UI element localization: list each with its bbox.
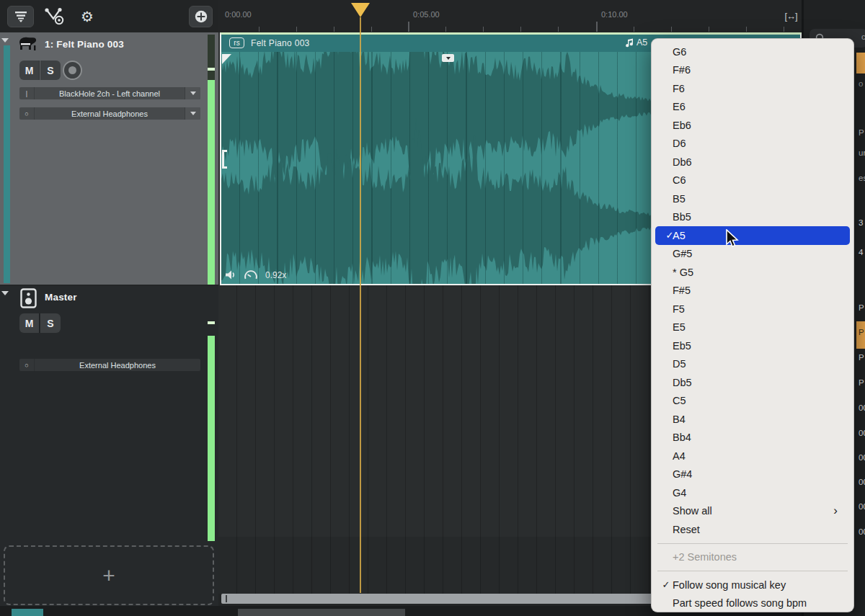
master-title[interactable]: Master	[45, 292, 77, 303]
browser-list-text-fragment: o	[859, 79, 863, 88]
menu-item-label: B4	[673, 414, 686, 425]
menu-item-show-all[interactable]: Show all›	[652, 502, 853, 521]
menu-item-label: G4	[673, 487, 686, 499]
menu-item-note-d5[interactable]: D5	[652, 355, 853, 374]
menu-item-note-g6[interactable]: G6	[652, 43, 853, 61]
add-track-dropzone[interactable]: +	[4, 545, 214, 605]
menu-item-note-g5[interactable]: * G5	[652, 263, 853, 282]
automation-button[interactable]	[43, 7, 68, 26]
menu-item-note-bb5[interactable]: Bb5	[652, 208, 853, 227]
menu-separator	[657, 571, 848, 571]
menu-item-note-e6[interactable]: E6	[652, 98, 853, 117]
ruler-minor-tick	[558, 27, 559, 32]
master-collapse-caret-icon[interactable]	[1, 291, 9, 295]
speaker-cabinet-icon	[20, 288, 37, 308]
output-selector[interactable]: ○ External Headphones	[19, 107, 200, 120]
master-solo-button[interactable]: S	[40, 313, 61, 333]
menu-item-label: F5	[673, 303, 685, 315]
ruler-minor-tick	[445, 27, 446, 32]
menu-item-note-db5[interactable]: Db5	[652, 373, 853, 392]
fade-handle[interactable]	[222, 54, 231, 64]
menu-item-label: B5	[673, 193, 686, 205]
menu-item-label: D6	[673, 138, 686, 149]
menu-item-label: Show all	[673, 505, 712, 517]
scrollbar-handle-tick[interactable]	[226, 595, 227, 602]
master-mute-button[interactable]: M	[19, 313, 40, 333]
menu-item-note-f#5[interactable]: F#5	[652, 282, 853, 300]
ruler-major-tick	[596, 22, 598, 32]
menu-item-label: F#6	[673, 64, 691, 76]
menu-item-note-a5[interactable]: ✓A5	[655, 226, 850, 245]
clip-key-label[interactable]: A5	[625, 37, 647, 48]
record-arm-button[interactable]	[63, 61, 82, 80]
master-output-selector[interactable]: ○ External Headphones	[19, 359, 200, 371]
music-note-icon	[625, 38, 634, 48]
menu-item-note-f6[interactable]: F6	[652, 79, 853, 98]
menu-item-follow-song-key[interactable]: ✓Follow song musical key	[652, 576, 853, 594]
menu-item-note-f5[interactable]: F5	[652, 300, 853, 318]
collapse-tracks-button[interactable]	[7, 6, 34, 27]
track-collapse-caret-icon[interactable]	[1, 38, 9, 43]
trim-handle[interactable]	[222, 150, 227, 169]
meter-fill	[208, 80, 215, 285]
menu-item-reset[interactable]: Reset	[652, 520, 853, 539]
menu-item-note-eb6[interactable]: Eb6	[652, 116, 853, 135]
track-header-panel[interactable]: 1: Felt Piano 003 M S | BlackHole 2ch - …	[0, 32, 218, 285]
menu-item-label: Db5	[673, 377, 692, 388]
menu-item-note-g4[interactable]: G4	[652, 483, 853, 502]
playhead-marker[interactable]	[351, 3, 370, 17]
menu-item-label: G#4	[673, 468, 692, 480]
menu-item-label: E5	[673, 321, 686, 333]
input-selector[interactable]: | BlackHole 2ch - Left channel	[19, 87, 200, 99]
menu-item-note-c5[interactable]: C5	[652, 392, 853, 411]
master-meter-fill	[208, 336, 215, 541]
ruler-minor-tick	[259, 27, 260, 32]
menu-item-note-c6[interactable]: C6	[652, 171, 853, 190]
output-chevron[interactable]	[185, 107, 200, 120]
input-chevron[interactable]	[185, 87, 200, 99]
mute-button[interactable]: M	[19, 61, 40, 80]
menu-item-note-eb5[interactable]: Eb5	[652, 336, 853, 355]
menu-item-part-speed-follows-bpm[interactable]: Part speed follows song bpm	[652, 594, 853, 613]
pitch-context-menu: G6F#6F6E6Eb6D6Db6C6B5Bb5✓A5G#5* G5F#5F5E…	[651, 38, 854, 612]
overview-segment	[12, 609, 43, 616]
add-track-button[interactable]	[189, 6, 213, 27]
browser-list-text-fragment: 00	[859, 403, 865, 412]
clip-name: Felt Piano 003	[251, 38, 310, 48]
clip-speed-value[interactable]: 0.92x	[265, 270, 286, 280]
menu-item-note-bb4[interactable]: Bb4	[652, 429, 853, 447]
menu-item-note-a4[interactable]: A4	[652, 447, 853, 465]
menu-separator	[657, 543, 848, 544]
ruler-minor-tick	[784, 27, 784, 32]
solo-button[interactable]: S	[40, 61, 61, 80]
mouse-cursor	[724, 229, 739, 249]
timeline-ruler[interactable]: 0:00.000:05.000:10.00	[218, 0, 802, 32]
menu-item-note-g#4[interactable]: G#4	[652, 465, 853, 484]
ruler-minor-tick	[746, 27, 747, 32]
zoom-to-fit-icon[interactable]: [↔]	[780, 8, 802, 24]
ruler-minor-tick	[520, 27, 521, 32]
menu-item-note-e5[interactable]: E5	[652, 318, 853, 337]
meter-peak-indicator	[208, 68, 215, 71]
menu-item-transpose-status: +2 Semitones	[652, 548, 853, 567]
clip-options-button[interactable]	[442, 54, 454, 62]
menu-item-note-b4[interactable]: B4	[652, 410, 853, 429]
speed-gauge-icon[interactable]	[244, 269, 258, 280]
settings-gear-icon[interactable]: ⚙	[79, 9, 95, 24]
menu-item-note-d6[interactable]: D6	[652, 135, 853, 153]
menu-item-note-db6[interactable]: Db6	[652, 153, 853, 171]
menu-item-note-f#6[interactable]: F#6	[652, 61, 853, 80]
clip-volume-icon[interactable]	[226, 270, 236, 280]
browser-list-text-fragment: 00	[859, 478, 865, 486]
menu-item-note-g#5[interactable]: G#5	[652, 245, 853, 264]
input-icon: |	[19, 87, 35, 99]
menu-item-label: +2 Semitones	[673, 551, 737, 563]
track-title[interactable]: 1: Felt Piano 003	[45, 39, 124, 50]
checkmark-icon: ✓	[664, 230, 675, 241]
clip-badge: rs	[229, 37, 244, 48]
menu-item-label: Bb4	[673, 432, 691, 443]
output-icon: ○	[19, 107, 35, 120]
browser-list-text-fragment: P	[859, 128, 864, 137]
menu-item-note-b5[interactable]: B5	[652, 189, 853, 208]
daw-application-window: ⚙ 0:00.000:05.000:10.00 1: Felt Piano 00…	[0, 0, 865, 616]
